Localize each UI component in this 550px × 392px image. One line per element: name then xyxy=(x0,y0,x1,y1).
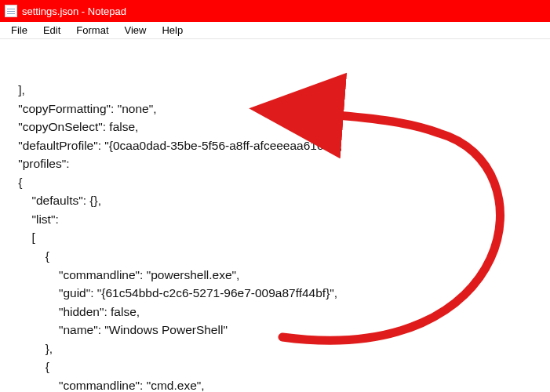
window-title: settings.json - Notepad xyxy=(22,5,126,17)
menu-edit[interactable]: Edit xyxy=(35,23,68,38)
titlebar: settings.json - Notepad xyxy=(0,0,550,22)
menu-help[interactable]: Help xyxy=(154,23,191,38)
menubar: File Edit Format View Help xyxy=(0,22,550,39)
editor-content[interactable]: ], "copyFormatting": "none", "copyOnSele… xyxy=(5,81,545,392)
menu-format[interactable]: Format xyxy=(68,23,116,38)
notepad-icon xyxy=(5,5,17,17)
text-editor[interactable]: ], "copyFormatting": "none", "copyOnSele… xyxy=(0,39,550,392)
menu-file[interactable]: File xyxy=(3,23,35,38)
menu-view[interactable]: View xyxy=(117,23,155,38)
